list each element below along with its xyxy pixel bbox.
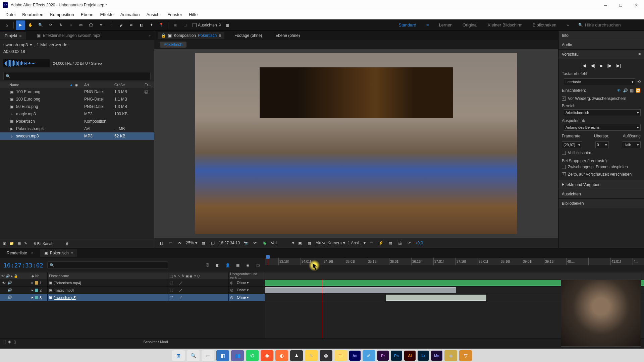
taskbar-teams[interactable]: 👥 [231, 350, 244, 361]
switch-fx[interactable]: ／ [179, 280, 183, 285]
framerate-dropdown[interactable]: (29,97)▾ [562, 141, 582, 148]
taskbar-search[interactable]: 🔍 [187, 350, 200, 361]
workspace-menu-icon[interactable]: ≡ [424, 21, 431, 29]
snap-checkbox[interactable] [193, 23, 197, 27]
fill-swatch[interactable]: ▣ [170, 20, 180, 30]
include-overlay-icon[interactable]: ▦ [630, 88, 634, 93]
project-asset-row[interactable]: ▣200 Euro.png PNG-Datei 1,1 MB [0, 96, 154, 103]
orbit-tool[interactable]: ⟳ [46, 20, 55, 30]
first-frame-button[interactable]: |◀ [582, 63, 586, 68]
menu-animation[interactable]: Animation [117, 11, 143, 18]
audio-clip[interactable] [386, 295, 486, 301]
footage-tab[interactable]: Footage (ohne) [231, 32, 265, 39]
menu-komposition[interactable]: Komposition [47, 11, 77, 18]
taskbar-notes[interactable]: ✎ [305, 350, 318, 361]
maximize-button[interactable]: □ [613, 0, 629, 10]
col-size[interactable]: Größe [114, 83, 145, 87]
viewer-timecode[interactable]: 16:27:34:13 [219, 241, 240, 245]
menu-effekte[interactable]: Effekte [97, 11, 117, 18]
lock-icon[interactable]: 🔒 [161, 33, 166, 38]
rotate-tool[interactable]: ↻ [56, 20, 65, 30]
next-frame-button[interactable]: |▶ [607, 63, 611, 68]
shape-ellipse-tool[interactable]: ◯ [86, 20, 96, 30]
timeline-search[interactable]: 🔍 [47, 261, 168, 269]
stop-button[interactable]: ■ [600, 63, 603, 68]
toggle-modes-icon[interactable]: ◉ [8, 340, 11, 344]
project-asset-row[interactable]: ▣50 Euro.png PNG-Datei 1,3 MB [0, 103, 154, 110]
taskbar-widgets[interactable]: ◧ [216, 350, 229, 361]
audio-toggle-icon[interactable]: 🔊 [7, 288, 12, 292]
panel-menu-icon[interactable]: ≡ [19, 34, 21, 38]
home-button[interactable]: ⌂ [2, 20, 11, 30]
flowchart-chip[interactable]: Pokertisch [160, 42, 186, 48]
channel-icon[interactable]: ▭ [167, 240, 174, 246]
minimize-button[interactable]: ─ [598, 0, 613, 10]
show-snapshot-icon[interactable]: 👁 [252, 240, 259, 246]
panel-overflow-icon[interactable]: » [145, 34, 154, 38]
audio-panel-header[interactable]: Audio [558, 40, 644, 50]
current-timecode[interactable]: 16:27:33:02 [3, 262, 43, 269]
taskbar-whatsapp[interactable]: ✆ [246, 350, 259, 361]
cached-frames-checkbox[interactable] [562, 165, 566, 169]
taskbar-lr[interactable]: Lr [418, 351, 429, 361]
reset-shortcut-icon[interactable]: ⟲ [637, 79, 641, 84]
switch-fx[interactable]: ／ [179, 288, 183, 293]
trash-icon[interactable]: 🗑 [65, 242, 69, 246]
menu-hilfe[interactable]: Hilfe [185, 11, 201, 18]
taskbar-me[interactable]: Me [431, 351, 442, 361]
workspace-standard[interactable]: Standard [396, 21, 418, 29]
prev-frame-button[interactable]: ◀| [591, 63, 595, 68]
composition-viewer[interactable] [154, 49, 558, 238]
asset-dropdown-icon[interactable]: ▾ [30, 42, 32, 47]
time-ruler[interactable]: 33:16f34:01f34:16f35:01f35:16f36:01f36:1… [265, 258, 644, 265]
taskbar-brave[interactable]: ◉ [261, 350, 273, 361]
anchor-tool[interactable]: ⊕ [66, 20, 75, 30]
taskbar-pr[interactable]: Pr [377, 351, 389, 361]
effect-controls-tab[interactable]: ▣ Effekteinstellungen swoosh.mp3 [32, 32, 105, 39]
taskbar-chess[interactable]: ♟ [290, 350, 303, 361]
camera-dropdown[interactable]: Aktive Kamera ▾ [316, 241, 345, 245]
libraries-panel-header[interactable]: Bibliotheken [558, 199, 644, 208]
playhead[interactable] [322, 279, 322, 338]
taskbar-start[interactable]: ⊞ [172, 350, 185, 361]
preview-panel-header[interactable]: Vorschau≡ [558, 50, 644, 59]
workspace-lernen[interactable]: Lernen [437, 21, 454, 29]
res-dropdown[interactable]: Halb▾ [622, 141, 641, 148]
views-dropdown[interactable]: 1 Ansi... ▾ [348, 241, 366, 245]
transparency-icon[interactable]: ▦ [306, 240, 313, 246]
effects-presets-header[interactable]: Effekte und Vorgaben [558, 180, 644, 189]
help-search-input[interactable] [585, 22, 642, 27]
render-queue-tab[interactable]: Renderliste× [3, 249, 38, 257]
frame-blend-icon[interactable]: ▦ [234, 261, 241, 269]
snap-options-icon[interactable]: ⚲ [218, 23, 221, 27]
exposure-value[interactable]: +0,0 [415, 241, 423, 245]
project-asset-row[interactable]: ▦Pokertisch Komposition [0, 118, 154, 125]
hand-tool[interactable]: ✋ [26, 20, 35, 30]
col-fr[interactable]: Fr... [145, 83, 153, 87]
parent-pickwhip-icon[interactable]: ◎ [230, 288, 233, 292]
parent-dropdown[interactable]: Ohne ▾ [237, 281, 249, 285]
switch-mode-label[interactable]: Schalter / Modi [143, 340, 168, 344]
align-panel-header[interactable]: Ausrichten [558, 189, 644, 199]
taskbar-misc2[interactable]: ▽ [459, 350, 472, 361]
text-tool[interactable]: T [106, 20, 116, 30]
menu-datei[interactable]: Datei [2, 11, 19, 18]
timeline-layer-row[interactable]: 🔊 ▸3 ▣[swoosh.mp3] ⬚／ ◎Ohne ▾ [0, 294, 265, 301]
workspace-original[interactable]: Original [461, 21, 480, 29]
col-name[interactable]: Name [9, 83, 19, 87]
cti-start[interactable] [268, 258, 268, 265]
layer-tab[interactable]: Ebene (ohne) [272, 32, 303, 39]
layer-label-swatch[interactable] [35, 296, 38, 299]
taskbar-ai[interactable]: Ai [404, 351, 416, 361]
sort-icon[interactable]: ▲ [70, 83, 73, 86]
interpret-icon[interactable]: ▣ [3, 241, 6, 246]
draft3d-icon[interactable]: ◧ [214, 261, 221, 269]
col-type[interactable]: Art [84, 83, 114, 87]
project-asset-row[interactable]: ▶Pokertisch.mp4 AVI ... MB [0, 125, 154, 132]
eraser-tool[interactable]: ◧ [137, 20, 146, 30]
taskbar-misc1[interactable]: ◆ [444, 350, 457, 361]
workspace-kleiner[interactable]: Kleiner Bildschirm [486, 21, 525, 29]
expand-icon[interactable]: ▸ [32, 288, 34, 292]
fullscreen-checkbox[interactable] [562, 151, 566, 155]
audio-toggle-icon[interactable]: 🔊 [7, 295, 12, 300]
